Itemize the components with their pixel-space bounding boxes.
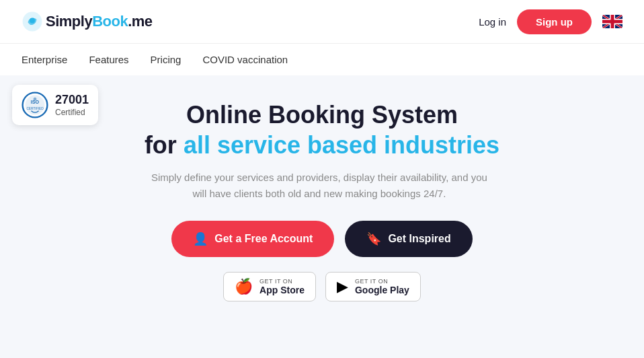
iso-certified-label: Certified bbox=[55, 108, 89, 117]
get-inspired-label: Get Inspired bbox=[388, 233, 450, 245]
google-play-badge[interactable]: ▶ GET IT ON Google Play bbox=[325, 272, 421, 301]
free-account-button[interactable]: 👤 Get a Free Account bbox=[171, 221, 334, 257]
language-flag[interactable] bbox=[602, 15, 622, 28]
header: SimplyBook.me Log in Sign up bbox=[0, 0, 644, 43]
logo-simply: Simply bbox=[46, 13, 92, 30]
svg-point-1 bbox=[30, 17, 35, 23]
hero-subtitle: Simply define your services and provider… bbox=[145, 170, 494, 202]
get-inspired-button[interactable]: 🔖 Get Inspired bbox=[345, 221, 472, 257]
app-store-badge[interactable]: 🍎 GET IT ON App Store bbox=[223, 272, 316, 301]
google-play-get-it-on: GET IT ON bbox=[355, 278, 409, 285]
cta-row: 👤 Get a Free Account 🔖 Get Inspired bbox=[171, 221, 472, 257]
person-icon: 👤 bbox=[193, 231, 208, 246]
logo-me: .me bbox=[128, 13, 152, 30]
iso-number: 27001 bbox=[55, 93, 89, 108]
iso-badge: ISO CERTIFIED 27001 Certified bbox=[12, 85, 98, 125]
svg-point-17 bbox=[34, 98, 37, 101]
app-store-get-it-on: GET IT ON bbox=[259, 278, 305, 285]
app-store-name: App Store bbox=[259, 285, 305, 295]
nav-enterprise[interactable]: Enterprise bbox=[22, 54, 67, 65]
hero-section: Online Booking System for all service ba… bbox=[131, 100, 513, 202]
login-button[interactable]: Log in bbox=[479, 16, 506, 28]
store-row: 🍎 GET IT ON App Store ▶ GET IT ON Google… bbox=[223, 272, 421, 301]
svg-text:CERTIFIED: CERTIFIED bbox=[26, 107, 44, 110]
signup-button[interactable]: Sign up bbox=[517, 9, 592, 34]
free-account-label: Get a Free Account bbox=[214, 233, 313, 245]
main-content: ISO CERTIFIED 27001 Certified Online Boo… bbox=[0, 75, 644, 301]
hero-title-blue: all service based industries bbox=[184, 131, 499, 159]
bookmark-icon: 🔖 bbox=[366, 231, 381, 246]
google-play-icon: ▶ bbox=[337, 278, 348, 295]
nav-covid[interactable]: COVID vaccination bbox=[202, 54, 288, 65]
hero-title-line2-wrapper: for all service based industries bbox=[145, 130, 499, 160]
svg-rect-12 bbox=[602, 20, 622, 24]
hero-title-line1: Online Booking System bbox=[145, 100, 499, 130]
google-play-text: GET IT ON Google Play bbox=[355, 278, 409, 295]
hero-for-label: for bbox=[145, 131, 184, 159]
app-store-text: GET IT ON App Store bbox=[259, 278, 305, 295]
google-play-name: Google Play bbox=[355, 285, 409, 295]
header-right: Log in Sign up bbox=[479, 9, 622, 34]
nav-features[interactable]: Features bbox=[89, 54, 128, 65]
apple-icon: 🍎 bbox=[235, 278, 253, 295]
logo-book: Book bbox=[92, 13, 128, 30]
iso-text: 27001 Certified bbox=[55, 93, 89, 117]
nav-pricing[interactable]: Pricing bbox=[151, 54, 182, 65]
logo: SimplyBook.me bbox=[22, 11, 153, 32]
main-nav: Enterprise Features Pricing COVID vaccin… bbox=[0, 43, 644, 75]
